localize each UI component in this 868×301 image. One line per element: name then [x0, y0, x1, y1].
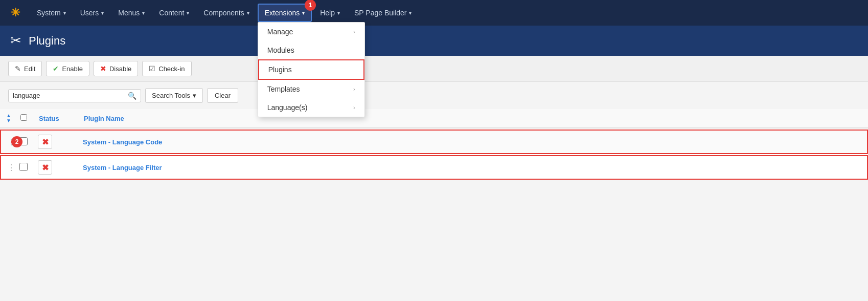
- dropdown-plugins-label: Plugins: [268, 66, 292, 74]
- search-icon: 🔍: [128, 92, 136, 100]
- dropdown-languages-chevron: ›: [353, 104, 355, 111]
- nav-menus-chevron: ▾: [142, 10, 145, 16]
- page-title: Plugins: [29, 34, 65, 48]
- name-column-label: Plugin Name: [84, 115, 124, 122]
- check-in-label: Check-in: [158, 65, 185, 73]
- dropdown-templates-chevron: ›: [353, 86, 355, 92]
- clear-label: Clear: [215, 92, 231, 99]
- row1-status-icon[interactable]: ✖: [38, 135, 52, 149]
- page-header: ✂ Plugins: [0, 26, 868, 56]
- dropdown-manage[interactable]: Manage ›: [258, 23, 364, 41]
- select-all-checkbox[interactable]: [20, 114, 27, 121]
- edit-button[interactable]: ✎ Edit: [8, 61, 42, 76]
- nav-components-chevron: ▾: [247, 10, 249, 16]
- nav-item-system[interactable]: System ▾: [31, 5, 72, 21]
- enable-button[interactable]: ✔ Enable: [46, 61, 89, 76]
- nav-item-components[interactable]: Components ▾: [197, 5, 255, 21]
- table-header: ▲ ▼ Status Plugin Name: [0, 109, 868, 128]
- nav-item-sp-page-builder[interactable]: SP Page Builder ▾: [348, 5, 418, 21]
- row2-plugin-link[interactable]: System - Language Filter: [83, 164, 162, 171]
- row2-cb-wrap: [19, 163, 34, 173]
- top-navbar: ✳ System ▾ Users ▾ Menus ▾ Content ▾ Com…: [0, 0, 868, 26]
- sort-down-icon: ▼: [6, 118, 16, 123]
- sort-column-header[interactable]: ▲ ▼: [6, 113, 16, 123]
- nav-item-users[interactable]: Users ▾: [74, 5, 110, 21]
- nav-users-label: Users: [80, 9, 99, 17]
- nav-item-extensions[interactable]: Extensions ▾ 1: [258, 4, 312, 22]
- check-in-button[interactable]: ☑ Check-in: [142, 61, 191, 76]
- status-column-label: Status: [39, 115, 59, 122]
- clear-button[interactable]: Clear: [207, 88, 238, 103]
- row2-checkbox[interactable]: [19, 163, 28, 171]
- nav-help-label: Help: [320, 9, 335, 17]
- nav-menus-label: Menus: [118, 9, 140, 17]
- table-row-1: ⋮ ✖ System - Language Code: [0, 130, 868, 154]
- plugins-icon: ✂: [10, 33, 21, 49]
- drag-handle-2[interactable]: ⋮: [7, 163, 15, 173]
- nav-components-label: Components: [203, 9, 244, 17]
- disable-label: Disable: [109, 65, 131, 73]
- dropdown-plugins[interactable]: Plugins: [258, 59, 364, 80]
- search-tools-button[interactable]: Search Tools ▾: [145, 88, 203, 103]
- dropdown-templates-label: Templates: [267, 85, 300, 93]
- checkbox-column-header: [20, 114, 35, 122]
- row1-plugin-link[interactable]: System - Language Code: [83, 138, 162, 146]
- row2-disabled-icon: ✖: [42, 163, 49, 173]
- nav-content-chevron: ▾: [187, 10, 189, 16]
- search-submit-button[interactable]: 🔍: [128, 92, 136, 100]
- search-tools-label: Search Tools: [152, 92, 190, 99]
- nav-item-help[interactable]: Help ▾: [314, 5, 346, 21]
- search-bar: 🔍 Search Tools ▾ Clear: [0, 82, 868, 109]
- row1-name: System - Language Code: [83, 138, 861, 146]
- search-tools-chevron: ▾: [193, 92, 196, 99]
- nav-item-content[interactable]: Content ▾: [153, 5, 195, 21]
- dropdown-languages[interactable]: Language(s) ›: [258, 98, 364, 117]
- row1-disabled-icon: ✖: [42, 137, 49, 147]
- extensions-dropdown: Manage › Modules Plugins Templates › Lan…: [258, 22, 365, 117]
- dropdown-languages-label: Language(s): [267, 103, 308, 112]
- nav-sp-label: SP Page Builder: [354, 9, 406, 17]
- search-input[interactable]: [13, 92, 128, 99]
- dropdown-manage-chevron: ›: [353, 29, 355, 35]
- dropdown-manage-label: Manage: [267, 28, 293, 36]
- nav-help-chevron: ▾: [337, 10, 340, 16]
- row1-status: ✖: [38, 135, 79, 149]
- disable-icon: ✖: [100, 64, 106, 73]
- nav-item-menus[interactable]: Menus ▾: [112, 5, 151, 21]
- plugins-table: ▲ ▼ Status Plugin Name 2 ⋮ ✖: [0, 109, 868, 180]
- nav-system-chevron: ▾: [63, 10, 66, 16]
- joomla-icon: ✳: [11, 6, 20, 19]
- nav-content-label: Content: [159, 9, 184, 17]
- status-column-header: Status: [39, 115, 80, 122]
- toolbar: ✎ Edit ✔ Enable ✖ Disable ☑ Check-in: [0, 56, 868, 82]
- enable-icon: ✔: [53, 64, 59, 73]
- check-in-icon: ☑: [149, 64, 155, 73]
- table-row-wrap-1: 2 ⋮ ✖ System - Language Code: [0, 130, 868, 154]
- search-input-wrap: 🔍: [8, 89, 141, 102]
- nav-extensions-chevron: ▾: [302, 10, 305, 16]
- row2-status: ✖: [38, 160, 79, 175]
- row2-name: System - Language Filter: [83, 164, 861, 171]
- nav-sp-chevron: ▾: [409, 10, 412, 16]
- name-column-header: Plugin Name: [84, 115, 862, 122]
- disable-button[interactable]: ✖ Disable: [94, 61, 138, 76]
- dropdown-modules[interactable]: Modules: [258, 41, 364, 59]
- row2-status-icon[interactable]: ✖: [38, 160, 52, 175]
- table-row-wrap-2: ⋮ ✖ System - Language Filter: [0, 155, 868, 180]
- brand-logo[interactable]: ✳: [6, 4, 25, 22]
- edit-icon: ✎: [15, 64, 21, 73]
- edit-label: Edit: [24, 65, 35, 73]
- enable-label: Enable: [62, 65, 82, 73]
- nav-system-label: System: [37, 9, 61, 17]
- step2-badge: 2: [11, 136, 22, 147]
- nav-users-chevron: ▾: [101, 10, 104, 16]
- table-row-2: ⋮ ✖ System - Language Filter: [0, 155, 868, 180]
- dropdown-modules-label: Modules: [267, 46, 294, 54]
- dropdown-templates[interactable]: Templates ›: [258, 80, 364, 98]
- nav-extensions-label: Extensions: [265, 9, 300, 17]
